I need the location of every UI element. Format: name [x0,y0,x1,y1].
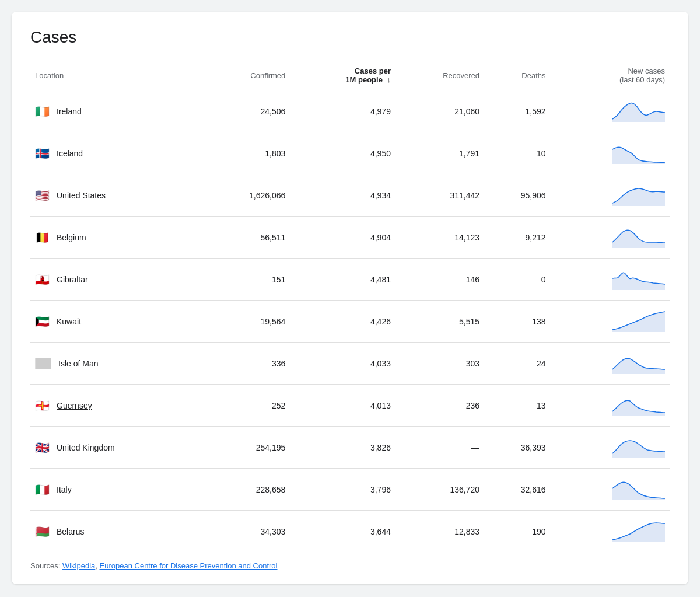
cases-per-1m-value: 4,481 [290,259,396,301]
deaths-value: 13 [484,385,550,427]
sparkline-chart [551,90,670,132]
sources-label: Sources: [30,561,62,570]
sparkline-chart [551,174,670,217]
col-header-cases-per-1m[interactable]: Cases per1M people ↓ [290,61,396,90]
recovered-value: 136,720 [396,469,484,511]
country-name: Belarus [57,527,84,536]
col-header-new-cases: New cases(last 60 days) [551,61,670,90]
sparkline-chart [551,427,670,469]
sparkline-chart [551,132,670,174]
deaths-value: 190 [484,511,550,553]
country-name: United Kingdom [57,443,115,452]
confirmed-value: 19,564 [202,301,290,343]
location-cell: 🇬🇧United Kingdom [30,427,202,469]
recovered-value: 303 [396,343,484,385]
table-row: Isle of Man3364,03330324 [30,343,670,385]
deaths-value: 138 [484,301,550,343]
table-row: 🇮🇸Iceland1,8034,9501,79110 [30,132,670,174]
flag-icon [35,358,51,369]
flag-icon: 🇮🇸 [35,148,50,159]
country-name: United States [57,191,106,200]
flag-icon: 🇬🇬 [35,400,50,411]
location-cell: 🇮🇹Italy [30,469,202,511]
sparkline-chart [551,511,670,553]
col-header-recovered: Recovered [396,61,484,90]
sparkline-chart [551,259,670,301]
deaths-value: 36,393 [484,427,550,469]
confirmed-value: 336 [202,343,290,385]
table-row: 🇺🇸United States1,626,0664,934311,44295,9… [30,174,670,217]
confirmed-value: 151 [202,259,290,301]
cases-table: Location Confirmed Cases per1M people ↓ … [30,61,670,552]
confirmed-value: 24,506 [202,90,290,132]
country-name: Italy [57,485,72,494]
cases-per-1m-value: 3,826 [290,427,396,469]
sparkline-chart [551,343,670,385]
location-cell: 🇮🇸Iceland [30,132,202,174]
recovered-value: 21,060 [396,90,484,132]
table-row: 🇮🇪Ireland24,5064,97921,0601,592 [30,90,670,132]
recovered-value: — [396,427,484,469]
flag-icon: 🇬🇮 [35,274,50,285]
table-row: 🇧🇾Belarus34,3033,64412,833190 [30,511,670,553]
source-wikipedia-link[interactable]: Wikipedia [62,561,95,570]
cases-card: Cases Location Confirmed Cases per1M peo… [12,12,688,584]
confirmed-value: 34,303 [202,511,290,553]
flag-icon: 🇮🇪 [35,106,50,117]
recovered-value: 1,791 [396,132,484,174]
col-header-deaths: Deaths [484,61,550,90]
confirmed-value: 1,626,066 [202,174,290,217]
flag-icon: 🇮🇹 [35,484,50,495]
cases-per-1m-value: 4,013 [290,385,396,427]
cases-per-1m-value: 4,426 [290,301,396,343]
cases-per-1m-value: 3,644 [290,511,396,553]
deaths-value: 9,212 [484,217,550,259]
flag-icon: 🇺🇸 [35,190,50,201]
country-name: Gibraltar [57,275,88,284]
flag-icon: 🇰🇼 [35,316,50,327]
cases-per-1m-value: 4,904 [290,217,396,259]
table-row: 🇬🇬Guernsey2524,01323613 [30,385,670,427]
location-cell: 🇺🇸United States [30,174,202,217]
country-name: Ireland [57,107,82,116]
sparkline-chart [551,217,670,259]
cases-per-1m-value: 4,950 [290,132,396,174]
recovered-value: 12,833 [396,511,484,553]
deaths-value: 24 [484,343,550,385]
deaths-value: 95,906 [484,174,550,217]
cases-per-1m-value: 4,033 [290,343,396,385]
recovered-value: 14,123 [396,217,484,259]
location-cell: 🇬🇮Gibraltar [30,259,202,301]
deaths-value: 32,616 [484,469,550,511]
deaths-value: 0 [484,259,550,301]
flag-icon: 🇧🇪 [35,232,50,243]
country-name: Isle of Man [58,359,98,368]
table-row: 🇧🇪Belgium56,5114,90414,1239,212 [30,217,670,259]
sparkline-chart [551,301,670,343]
recovered-value: 311,442 [396,174,484,217]
source-ecdc-link[interactable]: European Centre for Disease Prevention a… [100,561,278,570]
sparkline-chart [551,385,670,427]
confirmed-value: 254,195 [202,427,290,469]
sources-section: Sources: Wikipedia, European Centre for … [30,561,670,570]
flag-icon: 🇧🇾 [35,526,50,537]
country-name[interactable]: Guernsey [57,401,92,410]
deaths-value: 1,592 [484,90,550,132]
table-row: 🇬🇧United Kingdom254,1953,826—36,393 [30,427,670,469]
location-cell: 🇧🇾Belarus [30,511,202,553]
sparkline-chart [551,469,670,511]
col-header-confirmed: Confirmed [202,61,290,90]
table-row: 🇰🇼Kuwait19,5644,4265,515138 [30,301,670,343]
sort-arrow-icon: ↓ [387,75,391,84]
cases-per-1m-value: 3,796 [290,469,396,511]
country-name: Belgium [57,233,86,242]
deaths-value: 10 [484,132,550,174]
country-name: Iceland [57,149,83,158]
location-cell: 🇧🇪Belgium [30,217,202,259]
flag-icon: 🇬🇧 [35,442,50,453]
confirmed-value: 1,803 [202,132,290,174]
col-header-location: Location [30,61,202,90]
location-cell: 🇬🇬Guernsey [30,385,202,427]
table-row: 🇮🇹Italy228,6583,796136,72032,616 [30,469,670,511]
confirmed-value: 228,658 [202,469,290,511]
